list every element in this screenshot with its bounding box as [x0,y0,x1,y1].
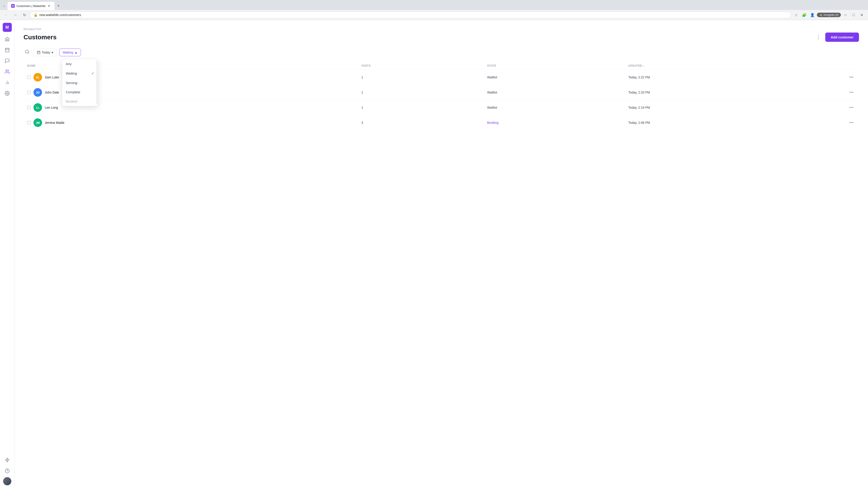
main-content: Moodjoy7434 Customers ⋮ Add customer Tod… [14,20,868,488]
sidebar-item-analytics[interactable] [3,78,12,87]
tab-favicon: W [11,4,15,8]
address-bar[interactable]: 🔒 new.waitwhile.com/customers [30,11,791,18]
back-button[interactable]: ← [3,11,10,19]
visits-cell: 1 [358,85,484,100]
incognito-badge[interactable]: 🕵 Incognito (2) [817,13,841,17]
state-cell: Waitlist [484,70,625,85]
maximize-button[interactable]: □ [850,11,857,19]
sidebar-item-calendar[interactable] [3,45,12,55]
table-row: LL Lee Long 1 Waitlist Today, 2:19 PM ••… [24,100,859,115]
date-filter-label: Today [42,51,50,54]
row-checkbox[interactable] [27,106,31,109]
customer-name: Lee Long [45,106,58,109]
customer-avatar: SL [33,73,42,82]
dropdown-item-serving[interactable]: Serving [62,78,98,88]
customer-name: Sam Luke [45,75,59,79]
dropdown-label-serving: Serving [66,81,77,85]
state-cell: Booking [484,115,625,130]
date-filter-chevron: ▾ [52,51,53,54]
row-checkbox[interactable] [27,75,31,79]
sidebar-item-help[interactable] [3,466,12,475]
sidebar-bottom [3,455,12,485]
minimize-button[interactable]: ─ [842,11,849,19]
row-checkbox[interactable] [27,91,31,94]
sidebar-item-chat[interactable] [3,56,12,65]
table-row: JM Jemina Madie 3 Booking Today, 2:06 PM… [24,115,859,130]
svg-point-4 [5,469,9,473]
row-checkbox[interactable] [27,121,31,125]
app-layout: M [0,20,868,488]
more-options-button[interactable]: ⋮ [814,33,823,41]
dropdown-check-waiting: ✓ [91,71,94,75]
dropdown-item-complete[interactable]: Complete [62,88,98,97]
customer-cell: JM Jemina Madie [27,119,354,127]
tab-close-button[interactable]: ✕ [47,4,51,8]
user-avatar[interactable] [3,477,11,485]
updated-cell: Today, 2:06 PM [625,115,844,130]
visits-cell: 1 [358,70,484,85]
lock-icon: 🔒 [34,13,37,17]
username-label: Moodjoy7434 [24,27,859,31]
th-visits-sortable[interactable]: VISITS [361,64,480,67]
customer-avatar: JD [33,88,42,97]
sidebar-logo-avatar[interactable]: M [3,23,12,32]
svg-point-1 [6,70,7,71]
visits-cell: 3 [358,115,484,130]
customers-table: NAME VISITS STATE UPDATED ↕ [24,62,859,130]
address-bar-row: ← → ↻ 🔒 new.waitwhile.com/customers ☆ 🧩 … [0,10,868,20]
row-actions-button[interactable]: ••• [847,74,855,80]
new-tab-button[interactable]: + [55,2,61,10]
incognito-label: Incognito (2) [824,13,839,17]
dropdown-label-complete: Complete [66,90,80,94]
th-state-sortable[interactable]: STATE [487,64,621,67]
date-filter-button[interactable]: Today ▾ [33,48,57,56]
status-filter-arrow: ▲ [74,51,78,54]
svg-marker-3 [5,458,9,462]
bookmark-button[interactable]: ☆ [793,11,800,19]
incognito-icon: 🕵 [819,13,823,17]
table-header: NAME VISITS STATE UPDATED ↕ [24,62,859,70]
table-body: SL Sam Luke 1 Waitlist Today, 2:22 PM ••… [24,70,859,130]
th-state: STATE [484,62,625,70]
dropdown-item-any[interactable]: Any [62,59,98,68]
status-filter-label: Waiting [63,51,73,54]
sidebar-item-settings[interactable] [3,89,12,98]
customer-name: Jemina Madie [45,121,64,125]
dropdown-label-waiting: Waiting [66,71,77,75]
table-row: JD John Dale 1 Waitlist Today, 2:20 PM •… [24,85,859,100]
updated-cell: Today, 2:22 PM [625,70,844,85]
row-actions-button[interactable]: ••• [847,120,855,126]
page-title: Customers [24,34,57,41]
filters-row: Today ▾ Waiting ▲ Any Waiting ✓ Serving [24,48,859,57]
state-cell: Waitlist [484,85,625,100]
active-tab: W Customers | Waitwhile ✕ [7,2,55,10]
sidebar-item-lightning[interactable] [3,455,12,464]
sidebar-item-customers[interactable] [3,67,12,76]
sidebar-item-home[interactable] [3,35,12,43]
dropdown-scrollbar [96,61,97,104]
tab-scroll-left[interactable]: ‹ [2,3,6,8]
search-button[interactable] [24,48,31,57]
dropdown-item-waiting[interactable]: Waiting ✓ [62,68,98,78]
svg-point-5 [26,50,29,53]
dropdown-item-booked[interactable]: Booked [62,97,98,106]
address-text: new.waitwhile.com/customers [39,13,787,17]
close-button[interactable]: ✕ [858,11,865,19]
row-actions-button[interactable]: ••• [847,104,855,111]
customer-avatar: LL [33,103,42,112]
th-updated-sortable[interactable]: UPDATED ↕ [628,64,840,67]
dropdown-label-booked: Booked [66,99,77,103]
updated-cell: Today, 2:20 PM [625,85,844,100]
status-filter-button[interactable]: Waiting ▲ [59,48,81,56]
dropdown-label-any: Any [66,62,72,66]
tab-bar: ‹ W Customers | Waitwhile ✕ + [0,0,868,10]
refresh-button[interactable]: ↻ [21,11,28,19]
page-header: Customers ⋮ Add customer [24,33,859,42]
add-customer-button[interactable]: Add customer [825,33,859,42]
svg-point-2 [6,93,8,94]
profile-button[interactable]: 👤 [809,11,816,19]
visits-cell: 1 [358,100,484,115]
forward-button[interactable]: → [12,11,19,19]
extensions-button[interactable]: 🧩 [801,11,808,19]
row-actions-button[interactable]: ••• [847,89,855,96]
